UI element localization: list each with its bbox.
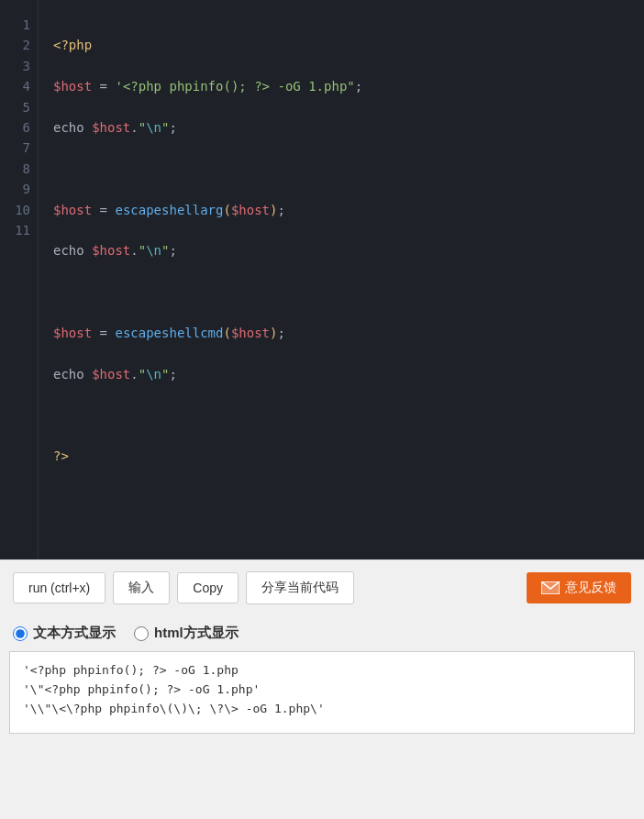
code-line-2: $host = '<?php phpinfo(); ?> -oG 1.php"; (53, 76, 629, 96)
share-button[interactable]: 分享当前代码 (246, 571, 354, 604)
text-display-radio[interactable] (13, 626, 28, 641)
display-options: 文本方式显示 html方式显示 (0, 615, 644, 651)
input-button[interactable]: 输入 (113, 571, 170, 604)
code-line-7 (53, 282, 629, 302)
text-display-label: 文本方式显示 (33, 625, 116, 642)
output-area: '<?php phpinfo(); ?> -oG 1.php '\"<?php … (9, 651, 635, 734)
code-line-6: echo $host."\n"; (53, 240, 629, 260)
code-line-4 (53, 159, 629, 179)
code-line-3: echo $host."\n"; (53, 117, 629, 138)
html-display-option[interactable]: html方式显示 (134, 625, 239, 642)
code-line-8: $host = escapeshellcmd($host); (53, 323, 629, 343)
output-line-1: '<?php phpinfo(); ?> -oG 1.php (23, 661, 621, 681)
code-editor: 1 2 3 4 5 6 7 8 9 10 11 <?php $host = '<… (0, 0, 644, 559)
run-button[interactable]: run (ctrl+x) (13, 572, 105, 603)
html-display-radio[interactable] (134, 626, 149, 641)
toolbar: run (ctrl+x) 输入 Copy 分享当前代码 意见反馈 (0, 559, 644, 615)
code-line-11: ?> (53, 446, 629, 466)
line-numbers: 1 2 3 4 5 6 7 8 9 10 11 (0, 0, 39, 559)
copy-button[interactable]: Copy (177, 572, 239, 603)
output-line-3: '\\"\<\?php phpinfo\(\)\; \?\> -oG 1.php… (23, 700, 621, 719)
code-line-10 (53, 404, 629, 425)
code-line-5: $host = escapeshellarg($host); (53, 200, 629, 220)
code-content[interactable]: <?php $host = '<?php phpinfo(); ?> -oG 1… (39, 0, 644, 559)
html-display-label: html方式显示 (154, 625, 239, 642)
text-display-option[interactable]: 文本方式显示 (13, 625, 116, 642)
output-line-2: '\"<?php phpinfo(); ?> -oG 1.php' (23, 681, 621, 700)
feedback-label: 意见反馈 (565, 580, 616, 596)
envelope-icon (541, 581, 560, 594)
feedback-button[interactable]: 意见反馈 (527, 572, 631, 603)
code-line-1: <?php (53, 35, 629, 55)
code-line-9: echo $host."\n"; (53, 364, 629, 384)
